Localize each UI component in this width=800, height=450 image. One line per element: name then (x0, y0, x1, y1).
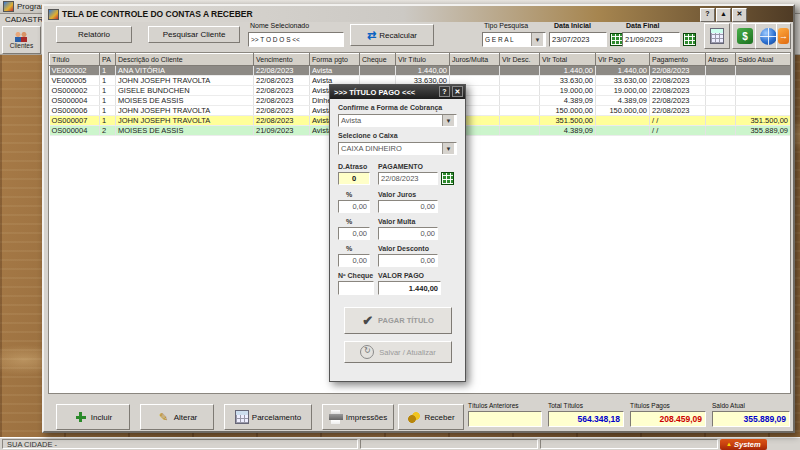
column-header-vlr_desc[interactable]: Vlr Desc. (500, 54, 540, 66)
cell-vlr_total: 19.000,00 (540, 86, 596, 96)
column-header-saldo[interactable]: Saldo Atual (736, 54, 791, 66)
cell-vlr_pago (596, 116, 650, 126)
caixa-label: Selecione o Caixa (338, 132, 398, 139)
calculator-button[interactable] (704, 23, 730, 49)
caixa-combo[interactable]: CAIXA DINHEIRO ▼ (338, 142, 457, 155)
cell-atraso (706, 106, 736, 116)
relatorio-button[interactable]: Relatório (56, 26, 132, 43)
help-button[interactable]: ? (700, 8, 715, 22)
dialog-close-button[interactable]: ✕ (452, 86, 463, 97)
exit-button[interactable]: → (776, 23, 791, 49)
cell-atraso (706, 76, 736, 86)
chevron-down-icon[interactable]: ▼ (531, 33, 543, 46)
screen: Programa CADASTROS Clientes For TELA DE … (0, 0, 800, 450)
desconto-pct-field[interactable]: 0,00 (338, 254, 370, 267)
cell-pa: 1 (100, 116, 116, 126)
chevron-down-icon[interactable]: ▼ (442, 115, 454, 126)
column-header-juros_multa[interactable]: Juros/Multa (450, 54, 500, 66)
column-header-forma[interactable]: Forma pgto (310, 54, 360, 66)
saldo-atual-group: Saldo Atual 355.889,09 (712, 402, 790, 427)
chevron-down-icon[interactable]: ▼ (442, 143, 454, 154)
system-logo-text: System (734, 440, 761, 449)
column-header-vlr_pago[interactable]: Vlr Pago (596, 54, 650, 66)
calendar-icon[interactable] (683, 33, 696, 46)
impressoes-button[interactable]: Impressões (322, 404, 394, 430)
salvar-atualizar-button[interactable]: ↻ Salvar / Atualizar (344, 341, 452, 363)
clients-icon (14, 32, 29, 42)
cell-vlr_titulo: 1.440,00 (396, 66, 450, 76)
titulos-anteriores-label: Títulos Anteriores (468, 402, 542, 409)
cell-saldo (736, 96, 791, 106)
cell-cliente: MOISES DE ASSIS (116, 126, 254, 136)
desconto-pct-label: % (346, 245, 352, 252)
system-logo: ▲ System (720, 439, 767, 450)
valor-pago-field[interactable]: 1.440,00 (378, 281, 441, 295)
alterar-button[interactable]: ✎ Alterar (140, 404, 214, 430)
cell-cliente: JOHN JOSEPH TRAVOLTA (116, 116, 254, 126)
d-atraso-field[interactable]: 0 (338, 172, 370, 185)
pesquisar-cliente-button[interactable]: Pesquisar Cliente (148, 26, 240, 43)
juros-pct-field[interactable]: 0,00 (338, 200, 370, 213)
valor-desconto-field[interactable]: 0,00 (378, 254, 438, 267)
valor-multa-field[interactable]: 0,00 (378, 227, 438, 240)
table-row[interactable]: VE0000021ANA VITÓRIA22/08/2023Avista1.44… (50, 66, 791, 76)
pagamento-date-field[interactable]: 22/08/2023 (378, 172, 438, 185)
cell-vlr_total: 351.500,00 (540, 116, 596, 126)
cell-atraso (706, 66, 736, 76)
incluir-button[interactable]: Incluir (56, 404, 130, 430)
pencil-icon: ✎ (157, 410, 171, 424)
column-header-cheque[interactable]: Cheque (360, 54, 396, 66)
cell-cliente: MOISES DE ASSIS (116, 96, 254, 106)
data-final-field[interactable]: 21/09/2023 (622, 32, 680, 47)
cell-pagamento: 22/08/2023 (650, 86, 706, 96)
data-final-label: Data Final (626, 22, 659, 29)
tipo-pesquisa-combo[interactable]: G E R A L ▼ (482, 32, 546, 47)
app-icon (3, 1, 14, 12)
column-header-titulo[interactable]: Título (50, 54, 100, 66)
receber-button[interactable]: Receber (398, 404, 464, 430)
column-header-pa[interactable]: PA (100, 54, 116, 66)
statusbar-cell (540, 439, 718, 449)
printer-icon (329, 410, 343, 424)
column-header-atraso[interactable]: Atraso (706, 54, 736, 66)
tipo-pesquisa-label: Tipo Pesquisa (484, 22, 528, 29)
multa-pct-label: % (346, 218, 352, 225)
nome-selecionado-label: Nome Selecionado (250, 22, 309, 29)
cell-pagamento: 22/08/2023 (650, 106, 706, 116)
nome-selecionado-field[interactable]: >> T O D O S << (248, 32, 344, 47)
cell-vlr_pago: 19.000,00 (596, 86, 650, 96)
cell-pagamento: 22/08/2023 (650, 76, 706, 86)
valor-juros-field[interactable]: 0,00 (378, 200, 438, 213)
multa-pct-field[interactable]: 0,00 (338, 227, 370, 240)
cell-atraso (706, 96, 736, 106)
cell-titulo: OS000007 (50, 116, 100, 126)
installments-icon (235, 410, 249, 424)
window-titlebar[interactable]: TELA DE CONTROLE DO CONTAS A RECEBER ? ▲… (44, 6, 793, 22)
column-header-pagamento[interactable]: Pagamento (650, 54, 706, 66)
calendar-icon[interactable] (441, 172, 454, 185)
dialog-titlebar[interactable]: >>> TÍTULO PAGO <<< ? ✕ (330, 85, 465, 99)
pagar-titulo-button[interactable]: ✔ PAGAR TÍTULO (344, 307, 452, 334)
forma-cobranca-combo[interactable]: Avista ▼ (338, 114, 457, 127)
column-header-vlr_titulo[interactable]: Vlr Título (396, 54, 450, 66)
forma-cobranca-label: Confirme a Forma de Cobrança (338, 104, 442, 111)
cell-pa: 1 (100, 106, 116, 116)
clientes-button[interactable]: Clientes (2, 26, 41, 54)
data-inicial-field[interactable]: 23/07/2023 (549, 32, 607, 47)
maximize-button[interactable]: ▲ (716, 8, 731, 22)
cell-titulo: VE000005 (50, 76, 100, 86)
n-cheque-field[interactable] (338, 281, 374, 295)
cell-titulo: VE000002 (50, 66, 100, 76)
window-icon (48, 9, 59, 20)
total-titulos-group: Total Títulos 564.348,18 (548, 402, 624, 427)
parcelamento-button[interactable]: Parcelamento (224, 404, 312, 430)
column-header-vlr_total[interactable]: Vlr Total (540, 54, 596, 66)
cell-vlr_pago: 150.000,00 (596, 106, 650, 116)
dialog-help-button[interactable]: ? (439, 86, 450, 97)
recalcular-button[interactable]: ⇄ Recalcular (350, 24, 434, 46)
close-button[interactable]: ✕ (732, 8, 747, 22)
cell-vlr_pago (596, 126, 650, 136)
cell-titulo: OS000002 (50, 86, 100, 96)
column-header-cliente[interactable]: Descrição do Cliente (116, 54, 254, 66)
column-header-vencimento[interactable]: Vencimento (254, 54, 310, 66)
